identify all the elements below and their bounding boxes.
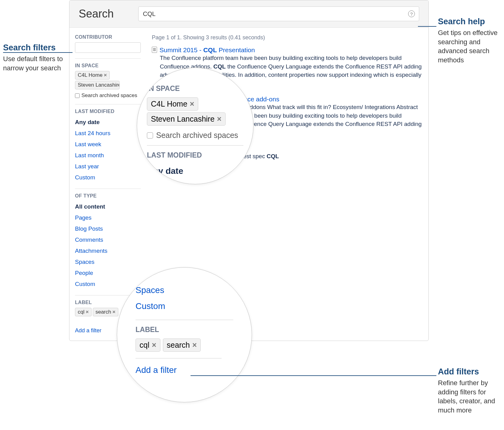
type-option[interactable]: All content [75,201,141,212]
remove-chip-icon[interactable]: × [86,309,89,315]
contributor-heading: CONTRIBUTOR [75,34,141,40]
zoom-label-chip[interactable]: search× [163,338,201,352]
label-chip[interactable]: search× [93,308,118,316]
type-option[interactable]: Blog Posts [75,223,141,234]
type-option[interactable]: Custom [75,279,141,290]
annotation-body: Use default filters to narrow your searc… [3,54,69,72]
annotation-line [3,52,73,53]
lastmod-option[interactable]: Last year [75,161,141,172]
zoom-archived-row[interactable]: Search archived spaces [147,131,243,140]
annotation-body: Get tips on effective searching and adva… [438,28,504,65]
remove-chip-icon[interactable]: × [112,309,116,315]
annotation-line [191,375,436,376]
lastmod-option[interactable]: Last week [75,139,141,150]
search-field-wrap: ? [138,6,419,21]
contributor-input[interactable] [75,42,141,53]
space-chips: C4L Home× Steven Lancashire [75,71,141,89]
space-chip[interactable]: C4L Home× [75,71,110,80]
annotation-addfilters: Add filters Refine further by adding fil… [438,367,504,415]
zoom-chips: C4L Home× Steven Lancashire× [147,96,243,127]
annotation-title: Search help [438,17,504,26]
lastmod-option[interactable]: Last 24 hours [75,128,141,139]
type-option[interactable]: Attachments [75,245,141,256]
page-title: Search [79,7,114,20]
results-meta: Page 1 of 1. Showing 3 results (0.41 sec… [152,34,423,41]
page-icon [152,47,157,53]
zoom-inspace-heading: IN SPACE [147,84,243,93]
annotation-body: Refine further by adding filters for lab… [438,378,504,415]
search-input[interactable] [138,6,419,21]
lastmod-heading: LAST MODIFIED [75,109,141,114]
zoom-add-filter[interactable]: Add a filter [136,358,233,375]
type-option[interactable]: Comments [75,234,141,245]
zoom-chip[interactable]: C4L Home× [147,97,198,111]
zoom-label-chip[interactable]: cql× [136,338,160,352]
lastmod-option[interactable]: Custom [75,172,141,183]
zoom-label-chips: cql× search× [136,338,233,353]
type-option[interactable]: People [75,268,141,279]
help-icon[interactable]: ? [408,10,415,17]
zoom-chip[interactable]: Steven Lancashire× [147,112,226,126]
inspace-section: IN SPACE C4L Home× Steven Lancashire Sea… [75,58,141,99]
lastmod-option[interactable]: Any date [75,117,141,128]
zoom-type-spaces[interactable]: Spaces [136,282,233,298]
remove-chip-icon[interactable]: × [217,115,222,123]
zoom-lastmod-heading: LAST MODIFIED [147,151,243,159]
panel-body: CONTRIBUTOR IN SPACE C4L Home× Steven La… [69,28,428,323]
result-title[interactable]: Summit 2015 - CQL Presentation [159,46,255,53]
contributor-section: CONTRIBUTOR [75,34,141,53]
type-option[interactable]: Spaces [75,256,141,268]
zoom-addfilter-callout: Spaces Custom LABEL cql× search× Add a f… [117,267,252,402]
zoom-type-custom[interactable]: Custom [136,298,233,314]
inspace-heading: IN SPACE [75,63,141,68]
panel-header: Search ? [69,0,428,28]
annotation-help: Search help Get tips on effective search… [438,17,504,65]
type-heading: OF TYPE [75,193,141,199]
search-panel: Search ? CONTRIBUTOR IN SPACE C4L Home× … [69,0,429,341]
lastmod-option[interactable]: Last month [75,150,141,161]
space-chip[interactable]: Steven Lancashire [75,81,120,89]
label-chip[interactable]: cql× [75,308,92,316]
filter-sidebar: CONTRIBUTOR IN SPACE C4L Home× Steven La… [69,28,146,323]
type-option[interactable]: Pages [75,212,141,223]
remove-chip-icon[interactable]: × [104,72,107,78]
lastmod-section: LAST MODIFIED Any date Last 24 hours Las… [75,104,141,183]
annotation-title: Add filters [438,367,504,377]
annotation-title: Search filters [3,43,69,53]
remove-chip-icon[interactable]: × [152,341,156,350]
remove-chip-icon[interactable]: × [192,341,197,350]
annotation-line [418,26,436,27]
archived-checkbox[interactable] [75,93,80,98]
zoom-label-heading: LABEL [136,326,233,334]
type-section: OF TYPE All content Pages Blog Posts Com… [75,189,141,290]
annotation-filters: Search filters Use default filters to na… [3,43,69,72]
zoom-filters-callout: IN SPACE C4L Home× Steven Lancashire× Se… [137,68,254,184]
archived-checkbox-row[interactable]: Search archived spaces [75,92,141,99]
checkbox-icon[interactable] [147,132,153,139]
remove-chip-icon[interactable]: × [190,100,195,108]
